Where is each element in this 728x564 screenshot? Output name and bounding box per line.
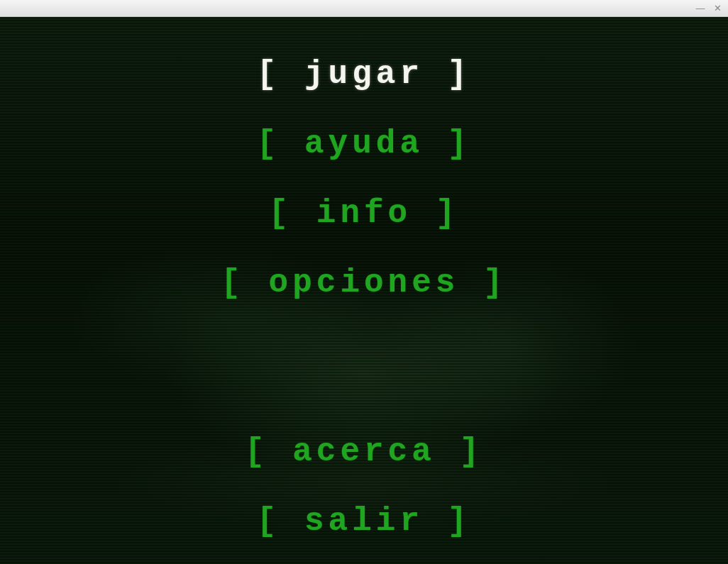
menu-item-exit[interactable]: [ salir ] <box>257 503 471 540</box>
menu-item-play[interactable]: [ jugar ] <box>257 56 471 93</box>
main-menu: [ jugar ] [ ayuda ] [ info ] [ opciones … <box>0 56 728 540</box>
minimize-button[interactable]: — <box>695 4 705 13</box>
titlebar: — ✕ <box>0 0 728 17</box>
game-viewport: [ jugar ] [ ayuda ] [ info ] [ opciones … <box>0 17 728 564</box>
menu-item-about[interactable]: [ acerca ] <box>245 433 483 470</box>
close-button[interactable]: ✕ <box>712 4 722 13</box>
window-frame: — ✕ [ jugar ] [ ayuda ] [ info ] [ opcio… <box>0 0 728 564</box>
menu-item-info[interactable]: [ info ] <box>269 195 460 232</box>
menu-item-help[interactable]: [ ayuda ] <box>257 126 471 162</box>
menu-item-options[interactable]: [ opciones ] <box>221 265 507 302</box>
